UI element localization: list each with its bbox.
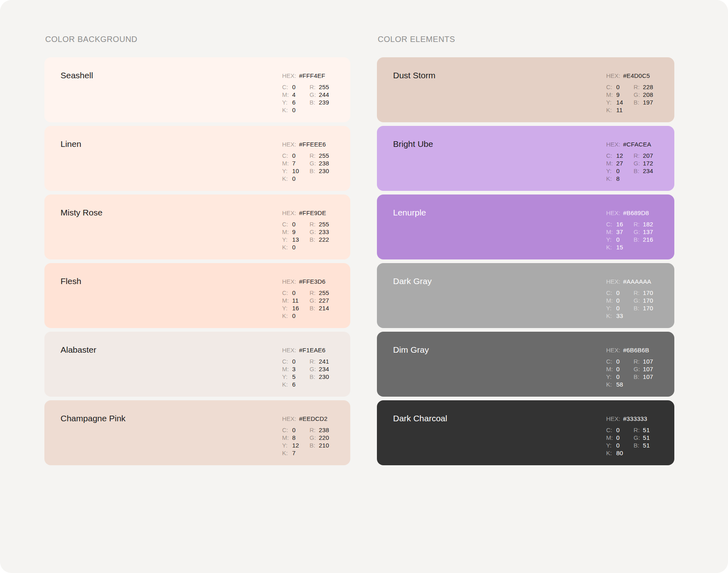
g-value: 220: [319, 434, 329, 441]
g-value: 234: [319, 366, 329, 372]
color-swatch-card: Misty Rose HEX:#FFE9DE C:0 M:9 Y:13 K:0 …: [44, 194, 350, 259]
r-label: R:: [310, 289, 319, 297]
g-value: 233: [319, 228, 329, 235]
rgb-r-row: R:107: [634, 358, 653, 365]
cmyk-column: C:0 M:9 Y:14 K:11: [606, 83, 623, 114]
color-name: Bright Ube: [393, 139, 433, 149]
k-label: K:: [282, 243, 292, 251]
section-title: COLOR ELEMENTS: [378, 34, 659, 44]
c-label: C:: [606, 83, 616, 91]
k-label: K:: [606, 381, 616, 388]
cmyk-y-row: Y:0: [606, 373, 623, 381]
color-swatch-card: Bright Ube HEX:#CFACEA C:12 M:27 Y:0 K:8…: [377, 126, 674, 191]
b-value: 234: [643, 167, 653, 174]
y-label: Y:: [282, 98, 292, 106]
color-name: Alabaster: [61, 345, 96, 355]
b-label: B:: [634, 236, 643, 243]
color-values: HEX:#E4D0C5 C:0 M:9 Y:14 K:11 R:228 G:20…: [606, 72, 652, 114]
rgb-b-row: B:230: [310, 167, 329, 175]
color-name: Misty Rose: [61, 208, 103, 217]
hex-row: HEX:#FFE3D6: [282, 278, 328, 285]
cmyk-m-row: M:7: [282, 159, 299, 167]
color-name: Dim Gray: [393, 345, 429, 355]
hex-label: HEX:: [282, 72, 296, 79]
cmyk-column: C:0 M:4 Y:6 K:0: [282, 83, 299, 114]
color-values: HEX:#6B6B6B C:0 M:0 Y:0 K:58 R:107 G:107…: [606, 346, 652, 388]
k-value: 80: [616, 450, 623, 456]
k-label: K:: [282, 312, 292, 320]
c-value: 0: [616, 358, 620, 365]
rgb-b-row: B:239: [310, 98, 329, 106]
b-label: B:: [634, 441, 643, 449]
color-name: Seashell: [61, 71, 93, 80]
k-label: K:: [282, 449, 292, 457]
m-label: M:: [606, 159, 616, 167]
rgb-r-row: R:207: [634, 152, 653, 159]
m-label: M:: [606, 228, 616, 236]
r-label: R:: [310, 358, 319, 365]
cmyk-y-row: Y:0: [606, 304, 623, 312]
g-value: 51: [643, 434, 650, 441]
m-value: 27: [616, 160, 623, 167]
hex-value: #FFE3D6: [299, 278, 326, 285]
hex-value: #6B6B6B: [623, 347, 649, 353]
y-value: 5: [292, 373, 296, 380]
rgb-g-row: G:107: [634, 365, 653, 373]
cmyk-m-row: M:9: [282, 228, 299, 236]
rgb-b-row: B:210: [310, 441, 329, 449]
rgb-column: R:182 G:137 B:216: [634, 220, 653, 251]
r-label: R:: [634, 358, 643, 365]
hex-value: #E4D0C5: [623, 72, 650, 79]
c-value: 0: [616, 289, 620, 296]
hex-label: HEX:: [282, 209, 296, 216]
g-value: 172: [643, 160, 653, 167]
g-label: G:: [634, 159, 643, 167]
hex-label: HEX:: [606, 415, 620, 422]
section-color-background: COLOR BACKGROUND Seashell HEX:#FFF4EF C:…: [44, 34, 350, 573]
rgb-b-row: B:51: [634, 441, 650, 449]
cmyk-m-row: M:0: [606, 434, 623, 441]
color-name: Champagne Pink: [61, 414, 126, 423]
color-values: HEX:#FFEEE6 C:0 M:7 Y:10 K:0 R:255 G:238…: [282, 140, 328, 182]
cmyk-k-row: K:0: [282, 175, 299, 182]
r-value: 255: [319, 84, 329, 90]
rgb-r-row: R:51: [634, 426, 650, 434]
hex-row: HEX:#E4D0C5: [606, 72, 652, 79]
cmyk-m-row: M:9: [606, 91, 623, 98]
k-label: K:: [282, 175, 292, 182]
b-label: B:: [310, 98, 319, 106]
rgb-column: R:255 G:244 B:239: [310, 83, 329, 114]
cmyk-k-row: K:33: [606, 312, 623, 320]
color-swatch-card: Lenurple HEX:#B689D8 C:16 M:37 Y:0 K:15 …: [377, 194, 674, 259]
c-label: C:: [282, 358, 292, 365]
y-value: 14: [616, 99, 623, 106]
y-label: Y:: [282, 373, 292, 381]
y-value: 0: [616, 305, 620, 312]
section-title: COLOR BACKGROUND: [45, 34, 335, 44]
c-value: 0: [292, 427, 296, 433]
numeric-values: C:16 M:37 Y:0 K:15 R:182 G:137 B:216: [606, 220, 652, 251]
cmyk-y-row: Y:14: [606, 98, 623, 106]
rgb-r-row: R:241: [310, 358, 329, 365]
k-label: K:: [282, 381, 292, 388]
numeric-values: C:0 M:11 Y:16 K:0 R:255 G:227 B:214: [282, 289, 328, 320]
c-label: C:: [606, 426, 616, 434]
rgb-r-row: R:182: [634, 220, 653, 228]
section-color-elements: COLOR ELEMENTS Dust Storm HEX:#E4D0C5 C:…: [377, 34, 674, 573]
cmyk-c-row: C:0: [606, 83, 623, 91]
g-label: G:: [310, 365, 319, 373]
b-label: B:: [634, 98, 643, 106]
card-list: Dust Storm HEX:#E4D0C5 C:0 M:9 Y:14 K:11…: [377, 57, 674, 465]
m-value: 9: [616, 91, 620, 98]
color-values: HEX:#FFE3D6 C:0 M:11 Y:16 K:0 R:255 G:22…: [282, 278, 328, 320]
color-swatch-card: Champagne Pink HEX:#EEDCD2 C:0 M:8 Y:12 …: [44, 400, 350, 465]
rgb-r-row: R:255: [310, 220, 329, 228]
hex-label: HEX:: [606, 72, 620, 79]
m-label: M:: [282, 159, 292, 167]
rgb-b-row: B:107: [634, 373, 653, 381]
cmyk-m-row: M:0: [606, 365, 623, 373]
y-value: 6: [292, 99, 296, 106]
cmyk-column: C:12 M:27 Y:0 K:8: [606, 152, 623, 182]
r-value: 51: [643, 427, 650, 433]
c-label: C:: [606, 220, 616, 228]
